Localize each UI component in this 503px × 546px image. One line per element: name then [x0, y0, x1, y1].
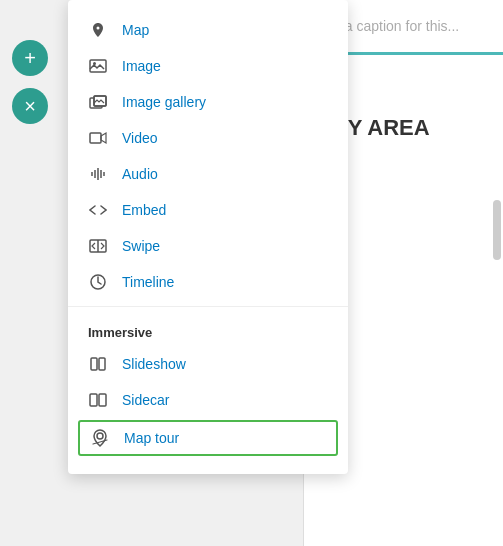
menu-item-video[interactable]: Video — [68, 120, 348, 156]
svg-point-1 — [93, 62, 96, 65]
menu-item-map-label: Map — [122, 22, 149, 38]
image-gallery-icon — [88, 92, 108, 112]
menu-item-map-tour[interactable]: Map tour — [78, 420, 338, 456]
menu-item-sidecar-label: Sidecar — [122, 392, 169, 408]
slideshow-icon — [88, 354, 108, 374]
menu-item-image-gallery[interactable]: Image gallery — [68, 84, 348, 120]
timeline-icon — [88, 272, 108, 292]
menu-item-map-tour-label: Map tour — [124, 430, 179, 446]
swipe-icon — [88, 236, 108, 256]
embed-icon — [88, 200, 108, 220]
immersive-section-label: Immersive — [68, 313, 348, 346]
sidecar-icon — [88, 390, 108, 410]
scrollbar[interactable] — [493, 200, 501, 260]
menu-item-map[interactable]: Map — [68, 12, 348, 48]
left-buttons: + × — [12, 40, 48, 124]
svg-rect-10 — [99, 358, 105, 370]
audio-icon — [88, 164, 108, 184]
menu-item-timeline[interactable]: Timeline — [68, 264, 348, 300]
menu-item-image[interactable]: Image — [68, 48, 348, 84]
insert-dropdown-menu: Map Image Image gallery — [68, 0, 348, 474]
menu-item-image-gallery-label: Image gallery — [122, 94, 206, 110]
menu-item-slideshow[interactable]: Slideshow — [68, 346, 348, 382]
menu-item-audio-label: Audio — [122, 166, 158, 182]
menu-item-embed-label: Embed — [122, 202, 166, 218]
svg-rect-5 — [90, 133, 101, 143]
image-icon — [88, 56, 108, 76]
menu-item-image-label: Image — [122, 58, 161, 74]
menu-item-swipe-label: Swipe — [122, 238, 160, 254]
menu-item-timeline-label: Timeline — [122, 274, 174, 290]
video-icon — [88, 128, 108, 148]
svg-rect-12 — [99, 394, 106, 406]
menu-item-embed[interactable]: Embed — [68, 192, 348, 228]
close-button[interactable]: × — [12, 88, 48, 124]
menu-item-video-label: Video — [122, 130, 158, 146]
menu-item-audio[interactable]: Audio — [68, 156, 348, 192]
svg-rect-11 — [90, 394, 97, 406]
map-icon — [88, 20, 108, 40]
menu-item-sidecar[interactable]: Sidecar — [68, 382, 348, 418]
menu-item-swipe[interactable]: Swipe — [68, 228, 348, 264]
svg-point-13 — [97, 433, 103, 439]
svg-rect-9 — [91, 358, 97, 370]
map-tour-icon — [90, 428, 110, 448]
add-button[interactable]: + — [12, 40, 48, 76]
menu-item-slideshow-label: Slideshow — [122, 356, 186, 372]
menu-divider — [68, 306, 348, 307]
